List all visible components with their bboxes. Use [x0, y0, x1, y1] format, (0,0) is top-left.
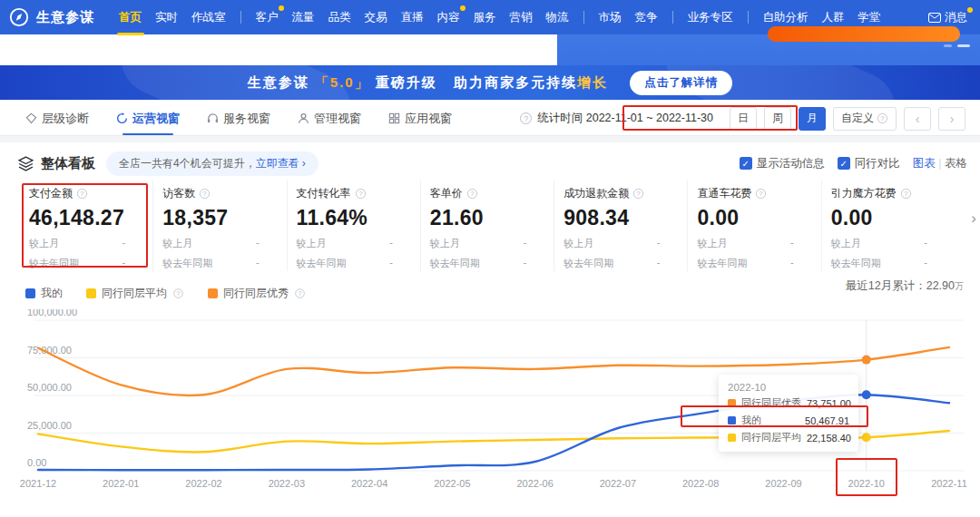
cumulative-value: 22.90 — [926, 279, 955, 292]
checkbox-show-activity[interactable]: ✓ 显示活动信息 — [740, 156, 825, 171]
compare-value: - — [256, 257, 260, 270]
banner-version: 「5.0」 — [315, 74, 370, 90]
view-now-link[interactable]: 立即查看 — [256, 156, 299, 171]
diamond-icon — [25, 112, 37, 124]
banner-subtitle: 助力商家多元持续 — [454, 74, 577, 90]
compare-value: - — [523, 237, 526, 250]
nav-item-category[interactable]: 品类 — [328, 8, 352, 27]
next-period-button[interactable]: › — [938, 107, 965, 131]
info-icon[interactable]: ? — [200, 189, 210, 199]
view-mode-table[interactable]: 表格 — [945, 157, 967, 170]
svg-text:2022-05: 2022-05 — [434, 478, 470, 489]
info-icon[interactable]: ? — [520, 112, 532, 124]
nav-item-trade[interactable]: 交易 — [364, 8, 388, 27]
legend-item-peer-excellent[interactable]: 同行同层优秀? — [208, 286, 306, 301]
nav-menu: 首页实时作战室客户流量品类交易直播内容服务营销物流市场竞争业务专区自助分析人群学… — [118, 8, 923, 27]
svg-text:2022-07: 2022-07 — [600, 478, 636, 489]
tab-operation-view[interactable]: 运营视窗 — [116, 102, 180, 135]
nav-item-home[interactable]: 首页 — [118, 8, 142, 27]
banner-cta-button[interactable]: 点击了解详情 — [630, 71, 732, 95]
layers-icon — [18, 156, 34, 171]
metric-card-conversion-rate[interactable]: 支付转化率?11.64%较上月-较去年同期- — [288, 180, 421, 271]
metric-title-text: 客单价 — [430, 186, 463, 201]
compare-value: - — [523, 257, 526, 270]
opportunity-notice[interactable]: 全店一共有4个机会可提升， 立即查看 › — [106, 151, 318, 176]
legend-item-mine[interactable]: 我的 — [25, 286, 63, 301]
checkbox-peer-compare[interactable]: ✓ 同行对比 — [838, 156, 900, 171]
nav-item-label: 学堂 — [858, 11, 881, 24]
metric-card-refund-amount[interactable]: 成功退款金额?908.34较上月-较去年同期- — [554, 180, 688, 271]
metric-card-payment-amount[interactable]: 支付金额?46,148.27较上月-较去年同期- — [20, 180, 153, 271]
nav-divider — [240, 11, 241, 24]
svg-text:25,000.00: 25,000.00 — [27, 420, 72, 431]
nav-item-competition[interactable]: 竞争 — [634, 8, 659, 27]
compare-label: 较去年同期 — [831, 257, 881, 270]
range-button-week[interactable]: 周 — [764, 107, 791, 131]
compare-value: - — [122, 237, 126, 250]
metric-value: 11.64% — [297, 206, 407, 230]
tab-level-diagnosis[interactable]: 层级诊断 — [25, 102, 89, 135]
info-icon[interactable]: ? — [756, 189, 766, 199]
nav-item-marketing[interactable]: 营销 — [509, 8, 534, 27]
view-mode-chart[interactable]: 图表 — [913, 157, 936, 170]
nav-item-content[interactable]: 内容 — [436, 8, 461, 27]
metric-card-visitors[interactable]: 访客数?18,357较上月-较去年同期- — [153, 180, 287, 271]
info-icon[interactable]: ? — [173, 288, 182, 298]
nav-item-label: 营销 — [510, 11, 533, 24]
info-icon[interactable]: ? — [295, 288, 304, 298]
nav-item-business-zone[interactable]: 业务专区 — [687, 8, 734, 27]
subnav-dash — [957, 44, 970, 47]
prev-period-button[interactable]: ‹ — [904, 107, 931, 131]
tab-app-view[interactable]: 应用视窗 — [388, 102, 452, 135]
info-icon[interactable]: ? — [356, 189, 366, 199]
nav-item-traffic[interactable]: 流量 — [291, 8, 316, 27]
info-icon[interactable]: ? — [77, 189, 87, 199]
metric-title-text: 引力魔方花费 — [831, 186, 897, 201]
tooltip-row: 同行同层平均22,158.40 — [728, 431, 849, 444]
nav-item-messages[interactable]: 消息 — [928, 10, 967, 25]
metric-card-gravity-cube-cost[interactable]: 引力魔方花费?0.00较上月-较去年同期- — [822, 180, 955, 271]
info-icon[interactable]: ? — [467, 189, 477, 199]
nav-item-service[interactable]: 服务 — [473, 8, 497, 27]
range-button-custom[interactable]: 自定义? — [833, 107, 897, 131]
metric-card-express-train-cost[interactable]: 直通车花费?0.00较上月-较去年同期- — [688, 180, 821, 271]
metric-title: 引力魔方花费? — [831, 186, 942, 201]
compare-value: - — [657, 257, 661, 270]
svg-text:2022-09: 2022-09 — [765, 478, 801, 489]
nav-item-academy[interactable]: 学堂 — [858, 8, 882, 27]
nav-item-war-room[interactable]: 作战室 — [191, 8, 227, 27]
active-tab-underline — [117, 33, 144, 35]
promo-pill[interactable] — [768, 26, 960, 42]
svg-text:2022-04: 2022-04 — [351, 478, 387, 489]
metric-card-avg-order-value[interactable]: 客单价?21.60较上月-较去年同期- — [421, 180, 554, 271]
metric-title-text: 支付金额 — [29, 186, 73, 201]
nav-item-live[interactable]: 直播 — [400, 8, 425, 27]
metric-compare-row: 较上月- — [297, 237, 407, 250]
nav-item-label: 交易 — [365, 11, 387, 24]
nav-item-self-analysis[interactable]: 自助分析 — [762, 8, 809, 27]
compare-label: 较上月 — [430, 237, 460, 250]
info-icon[interactable]: ? — [901, 189, 911, 199]
compare-value: - — [657, 237, 661, 250]
nav-item-audience[interactable]: 人群 — [821, 8, 846, 27]
headset-icon — [207, 112, 219, 124]
nav-item-market[interactable]: 市场 — [598, 8, 622, 27]
section-divider — [0, 136, 980, 142]
tooltip-series-value: 50,467.91 — [805, 415, 849, 426]
info-icon[interactable]: ? — [633, 189, 643, 199]
metrics-next-button[interactable]: › — [971, 210, 976, 228]
metric-title: 直通车花费? — [697, 186, 808, 201]
tab-management-view[interactable]: 管理视窗 — [298, 102, 361, 135]
tooltip-swatch — [728, 399, 736, 407]
compass-logo-icon — [9, 7, 29, 27]
nav-item-realtime[interactable]: 实时 — [154, 8, 179, 27]
tab-service-view[interactable]: 服务视窗 — [207, 102, 270, 135]
range-button-month[interactable]: 月 — [799, 107, 826, 131]
brand-logo[interactable]: 生意参谋 — [9, 7, 94, 27]
nav-item-logistics[interactable]: 物流 — [545, 8, 570, 27]
tooltip-swatch — [728, 434, 736, 442]
range-button-day[interactable]: 日 — [730, 107, 757, 131]
legend-item-peer-average[interactable]: 同行同层平均? — [86, 286, 184, 301]
chart-tooltip: 2022-10 同行同层优秀73,751.00我的50,467.91同行同层平均… — [719, 375, 858, 452]
nav-item-customer[interactable]: 客户 — [255, 8, 279, 27]
